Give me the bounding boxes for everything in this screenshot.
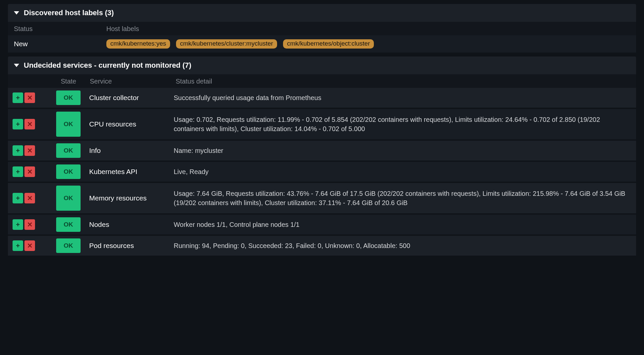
remove-service-button[interactable]: ✕	[24, 119, 35, 129]
service-name: Nodes	[89, 221, 174, 229]
label-badges-container: cmk/kubernetes:yescmk/kubernetes/cluster…	[106, 39, 374, 49]
service-row: +✕OKMemory resourcesUsage: 7.64 GiB, Req…	[8, 183, 636, 213]
service-name: Memory resources	[89, 194, 174, 202]
service-status-detail: Usage: 7.64 GiB, Requests utilization: 4…	[174, 189, 631, 207]
services-section-title: Undecided services - currently not monit…	[24, 61, 191, 70]
services-column-headers: State Service Status detail	[8, 74, 636, 88]
add-service-button[interactable]: +	[13, 193, 23, 203]
remove-service-button[interactable]: ✕	[24, 92, 35, 103]
service-state-cell: OK	[56, 186, 89, 211]
service-actions: +✕	[13, 92, 56, 103]
remove-service-button[interactable]: ✕	[24, 193, 35, 203]
remove-service-button[interactable]: ✕	[24, 219, 35, 230]
service-state-cell: OK	[56, 112, 89, 137]
services-section-header[interactable]: Undecided services - currently not monit…	[8, 56, 636, 74]
service-row: +✕OKPod resourcesRunning: 94, Pending: 0…	[8, 236, 636, 256]
host-label-badge[interactable]: cmk/kubernetes/cluster:mycluster	[176, 39, 277, 49]
undecided-services-section: Undecided services - currently not monit…	[8, 56, 636, 256]
state-ok-badge: OK	[56, 112, 81, 137]
state-ok-badge: OK	[56, 143, 81, 158]
remove-service-button[interactable]: ✕	[24, 240, 35, 251]
add-service-button[interactable]: +	[13, 145, 23, 156]
plus-icon: +	[16, 147, 20, 154]
service-name: Cluster collector	[89, 94, 174, 102]
service-status-detail: Worker nodes 1/1, Control plane nodes 1/…	[174, 220, 631, 229]
discovered-host-labels-section: Discovered host labels (3) Status Host l…	[8, 4, 636, 53]
service-state-cell: OK	[56, 164, 89, 179]
plus-icon: +	[16, 242, 20, 249]
plus-icon: +	[16, 195, 20, 201]
remove-service-button[interactable]: ✕	[24, 145, 35, 156]
column-header-service: Service	[90, 78, 176, 85]
x-icon: ✕	[27, 94, 33, 101]
x-icon: ✕	[27, 242, 33, 249]
service-actions: +✕	[13, 219, 56, 230]
host-label-badge[interactable]: cmk/kubernetes/object:cluster	[283, 39, 374, 49]
plus-icon: +	[16, 221, 20, 228]
state-ok-badge: OK	[56, 238, 81, 253]
plus-icon: +	[16, 168, 20, 175]
x-icon: ✕	[27, 195, 33, 201]
column-header-status-detail: Status detail	[176, 78, 212, 85]
service-status-detail: Usage: 0.702, Requests utilization: 11.9…	[174, 115, 631, 133]
column-header-status: Status	[14, 25, 106, 33]
column-header-state: State	[61, 78, 90, 85]
service-row: +✕OKCluster collectorSuccessfully querie…	[8, 88, 636, 108]
plus-icon: +	[16, 94, 20, 101]
service-status-detail: Name: mycluster	[174, 146, 631, 155]
service-status-detail: Running: 94, Pending: 0, Succeeded: 23, …	[174, 241, 631, 250]
chevron-down-icon	[14, 11, 19, 15]
add-service-button[interactable]: +	[13, 166, 23, 177]
service-status-detail: Successfully queried usage data from Pro…	[174, 93, 631, 102]
state-ok-badge: OK	[56, 217, 81, 232]
add-service-button[interactable]: +	[13, 119, 23, 129]
chevron-down-icon	[14, 64, 19, 67]
service-name: Pod resources	[89, 242, 174, 250]
service-actions: +✕	[13, 193, 56, 203]
service-state-cell: OK	[56, 238, 89, 253]
x-icon: ✕	[27, 168, 33, 175]
service-state-cell: OK	[56, 90, 89, 105]
service-actions: +✕	[13, 145, 56, 156]
service-actions: +✕	[13, 119, 56, 129]
add-service-button[interactable]: +	[13, 240, 23, 251]
add-service-button[interactable]: +	[13, 219, 23, 230]
column-header-host-labels: Host labels	[106, 25, 139, 33]
remove-service-button[interactable]: ✕	[24, 166, 35, 177]
service-actions: +✕	[13, 240, 56, 251]
service-state-cell: OK	[56, 143, 89, 158]
labels-row: New cmk/kubernetes:yescmk/kubernetes/clu…	[8, 35, 636, 53]
services-rows-container: +✕OKCluster collectorSuccessfully querie…	[8, 88, 636, 256]
add-service-button[interactable]: +	[13, 92, 23, 103]
service-state-cell: OK	[56, 217, 89, 232]
labels-column-headers: Status Host labels	[8, 22, 636, 35]
state-ok-badge: OK	[56, 186, 81, 211]
labels-section-title: Discovered host labels (3)	[24, 9, 114, 17]
service-row: +✕OKNodesWorker nodes 1/1, Control plane…	[8, 215, 636, 234]
x-icon: ✕	[27, 221, 33, 228]
service-actions: +✕	[13, 166, 56, 177]
service-status-detail: Live, Ready	[174, 167, 631, 176]
x-icon: ✕	[27, 121, 33, 127]
state-ok-badge: OK	[56, 90, 81, 105]
host-label-badge[interactable]: cmk/kubernetes:yes	[106, 39, 170, 49]
label-status-value: New	[14, 40, 106, 48]
plus-icon: +	[16, 121, 20, 127]
service-row: +✕OKKubernetes APILive, Ready	[8, 162, 636, 182]
x-icon: ✕	[27, 147, 33, 154]
state-ok-badge: OK	[56, 164, 81, 179]
service-row: +✕OKInfoName: mycluster	[8, 141, 636, 160]
service-name: CPU resources	[89, 120, 174, 128]
service-row: +✕OKCPU resourcesUsage: 0.702, Requests …	[8, 109, 636, 139]
labels-section-header[interactable]: Discovered host labels (3)	[8, 4, 636, 22]
service-name: Kubernetes API	[89, 168, 174, 176]
service-name: Info	[89, 147, 174, 155]
